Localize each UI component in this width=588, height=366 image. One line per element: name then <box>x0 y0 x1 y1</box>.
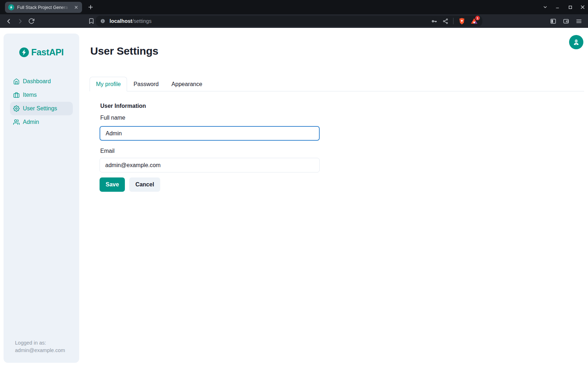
forward-icon[interactable] <box>14 15 26 27</box>
user-avatar-icon <box>572 38 580 46</box>
tab-my-profile[interactable]: My profile <box>90 77 127 91</box>
brave-shield-icon[interactable] <box>458 17 466 25</box>
url-path: /settings <box>132 18 152 24</box>
chevron-down-icon[interactable] <box>543 5 548 10</box>
browser-tab[interactable]: Full Stack Project Genera <box>5 2 82 13</box>
fastapi-favicon-icon <box>8 4 14 10</box>
maximize-icon[interactable] <box>568 5 573 10</box>
key-icon[interactable] <box>431 18 438 25</box>
fastapi-bolt-icon <box>19 47 29 57</box>
fastapi-logo: FastAPI <box>10 47 73 57</box>
brave-rewards-icon[interactable]: 1 <box>470 17 478 25</box>
minimize-icon[interactable] <box>555 5 560 10</box>
menu-icon[interactable] <box>573 15 584 27</box>
sidebar-item-items[interactable]: Items <box>10 88 73 102</box>
wallet-icon[interactable] <box>560 15 572 27</box>
app-page: FastAPI Dashboard Items <box>0 28 588 366</box>
side-panel-icon[interactable] <box>547 15 559 27</box>
sidebar: FastAPI Dashboard Items <box>4 34 79 363</box>
sidebar-item-label: Admin <box>23 119 39 125</box>
logged-in-label: Logged in as: <box>15 339 65 347</box>
email-label: Email <box>100 148 115 154</box>
toolbar-divider <box>453 18 453 24</box>
browser-titlebar: Full Stack Project Genera <box>0 0 588 14</box>
email-input[interactable] <box>100 158 320 172</box>
save-button[interactable]: Save <box>100 177 125 192</box>
site-info-icon[interactable] <box>100 18 106 24</box>
address-bar[interactable]: localhost/settings 1 <box>96 16 482 26</box>
cancel-button[interactable]: Cancel <box>129 177 160 192</box>
full-name-input[interactable] <box>100 126 320 141</box>
url-text: localhost/settings <box>110 18 431 24</box>
section-title: User Information <box>100 103 146 109</box>
close-window-icon[interactable] <box>580 5 585 10</box>
sidebar-item-label: Dashboard <box>23 78 51 85</box>
logo-text: FastAPI <box>31 47 64 57</box>
rewards-badge: 1 <box>475 16 480 20</box>
sidebar-item-dashboard[interactable]: Dashboard <box>10 75 73 88</box>
url-host: localhost <box>110 18 132 24</box>
new-tab-button[interactable] <box>87 3 95 11</box>
logged-in-email: admin@example.com <box>15 347 65 354</box>
sidebar-item-admin[interactable]: Admin <box>10 115 73 129</box>
full-name-label: Full name <box>100 115 125 121</box>
sidebar-item-label: Items <box>23 92 37 98</box>
form-actions: Save Cancel <box>100 177 160 192</box>
back-icon[interactable] <box>3 15 14 27</box>
tab-password[interactable]: Password <box>127 77 165 91</box>
browser-toolbar: localhost/settings 1 <box>0 14 588 28</box>
tab-close-icon[interactable] <box>73 5 79 10</box>
share-icon[interactable] <box>442 18 448 24</box>
gear-icon <box>13 105 20 112</box>
user-avatar-button[interactable] <box>569 35 583 49</box>
home-icon <box>13 78 20 85</box>
page-title: User Settings <box>90 45 158 57</box>
sidebar-nav: Dashboard Items User Settings <box>10 75 73 129</box>
tab-title: Full Stack Project Genera <box>17 5 70 10</box>
tab-appearance[interactable]: Appearance <box>165 77 209 91</box>
sidebar-item-user-settings[interactable]: User Settings <box>10 102 73 115</box>
briefcase-icon <box>13 92 20 98</box>
window-controls <box>543 0 585 14</box>
settings-tabs: My profile Password Appearance <box>90 77 584 91</box>
sidebar-item-label: User Settings <box>23 105 57 112</box>
reload-icon[interactable] <box>26 15 37 27</box>
users-icon <box>13 119 20 125</box>
logged-in-info: Logged in as: admin@example.com <box>15 339 65 354</box>
browser-window: Full Stack Project Genera <box>0 0 588 366</box>
